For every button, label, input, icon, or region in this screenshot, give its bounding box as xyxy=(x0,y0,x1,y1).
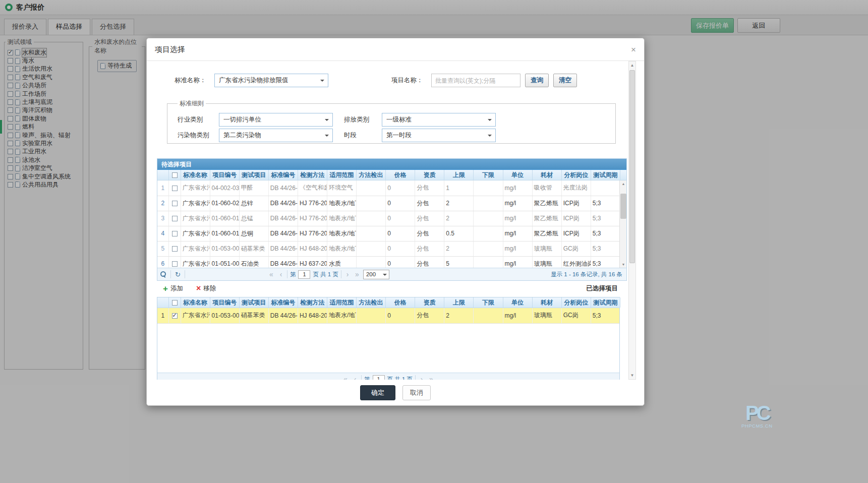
column-header[interactable]: 耗材 xyxy=(532,297,561,308)
column-header[interactable]: 测试周期 xyxy=(591,170,620,180)
criteria-select[interactable]: 一级标准 xyxy=(382,113,496,127)
scroll-down-icon[interactable]: ▼ xyxy=(629,372,635,379)
refresh-icon[interactable]: ↻ xyxy=(175,271,181,278)
cross-icon: × xyxy=(196,284,201,292)
row-checkbox[interactable] xyxy=(172,313,178,319)
row-checkbox[interactable] xyxy=(172,186,178,191)
column-header[interactable]: 上限 xyxy=(444,297,474,308)
first-page-icon[interactable]: « xyxy=(268,271,275,278)
next-page-icon[interactable]: › xyxy=(418,376,425,380)
column-header[interactable]: 上限 xyxy=(444,170,474,180)
selection-toolbar: + 添加 × 移除 已选择项目 xyxy=(157,282,620,295)
scroll-down-icon[interactable]: ▼ xyxy=(620,261,626,268)
page-number-input[interactable] xyxy=(373,375,385,380)
remove-label: 移除 xyxy=(203,284,216,293)
close-icon[interactable]: × xyxy=(631,45,636,54)
column-header[interactable]: 耗材 xyxy=(532,170,561,180)
table-cell: ICP岗 xyxy=(561,226,591,241)
column-header[interactable]: 适用范围 xyxy=(327,297,356,308)
table-row[interactable]: 2 广东省水污01-060-02总锌DB 44/26-HJ 776-20地表水/… xyxy=(157,196,620,211)
column-header[interactable]: 标准编号 xyxy=(268,297,298,308)
column-header[interactable]: 测试周期 xyxy=(591,297,620,308)
column-header-label: 分析岗位 xyxy=(564,299,588,306)
column-header[interactable]: 下限 xyxy=(474,297,503,308)
select-all-checkbox[interactable] xyxy=(172,300,178,306)
table-row[interactable]: 6 广东省水污01-051-00石油类DB 44/26-HJ 637-20水质0… xyxy=(157,256,620,268)
dialog-title: 项目选择 xyxy=(155,45,185,54)
column-header[interactable]: 标准名称 xyxy=(181,170,210,180)
scroll-up-icon[interactable]: ▲ xyxy=(629,62,635,69)
select-all-checkbox[interactable] xyxy=(172,172,178,178)
table-cell: 玻璃瓶 xyxy=(532,241,561,256)
column-header[interactable]: 分析岗位 xyxy=(561,170,591,180)
scrollbar-thumb[interactable] xyxy=(629,70,635,263)
criteria-label: 行业类别 xyxy=(178,115,219,124)
standard-name-select[interactable]: 广东省水污染物排放限值 xyxy=(214,74,328,87)
column-header[interactable]: 测试项目 xyxy=(239,170,268,180)
column-header[interactable]: 项目编号 xyxy=(210,297,239,308)
pager-nav: « ‹ 第 页 共 1 页 › » xyxy=(342,375,435,380)
page-number-input[interactable] xyxy=(298,270,310,279)
grid-scrollbar[interactable]: ▲ ▼ xyxy=(619,180,626,268)
page-size-select[interactable]: 200 xyxy=(363,270,389,279)
column-header[interactable]: 标准名称 xyxy=(181,297,210,308)
criteria-select[interactable]: 一切排污单位 xyxy=(219,113,333,127)
table-cell: 广东省水污 xyxy=(181,241,210,256)
last-page-icon[interactable]: » xyxy=(354,271,361,278)
row-checkbox[interactable] xyxy=(172,231,178,236)
column-header[interactable]: 价格 xyxy=(386,170,415,180)
search-icon[interactable] xyxy=(159,271,166,278)
prev-page-icon[interactable]: ‹ xyxy=(277,271,284,278)
watermark-text: PHPCMS.CN xyxy=(741,423,773,429)
table-row[interactable]: 5 广东省水污01-053-00硝基苯类DB 44/26-HJ 648-20地表… xyxy=(157,241,620,256)
add-button[interactable]: + 添加 xyxy=(163,284,183,293)
table-row[interactable]: 1 广东省水污04-002-03甲醛DB 44/26-《空气和废环境空气0分包1… xyxy=(157,180,620,196)
column-header[interactable]: 分析岗位 xyxy=(561,297,591,308)
column-header[interactable]: 检测方法 xyxy=(298,170,327,180)
table-cell: 广东省水污 xyxy=(181,196,210,211)
column-header[interactable]: 资质 xyxy=(415,297,444,308)
grid-header-row: 标准名称项目编号测试项目标准编号检测方法适用范围方法检出价格资质上限下限单位耗材… xyxy=(157,297,620,308)
row-checkbox[interactable] xyxy=(172,201,178,206)
remove-button[interactable]: × 移除 xyxy=(196,284,216,293)
column-header-label: 测试项目 xyxy=(242,299,266,306)
column-header[interactable]: 方法检出 xyxy=(357,297,386,308)
first-page-icon[interactable]: « xyxy=(342,376,349,380)
table-row[interactable]: 3 广东省水污01-060-01总锰DB 44/26-HJ 776-20地表水/… xyxy=(157,211,620,226)
column-header[interactable]: 单位 xyxy=(503,297,532,308)
column-header[interactable]: 下限 xyxy=(474,170,503,180)
column-header[interactable]: 适用范围 xyxy=(327,170,356,180)
criteria-select[interactable]: 第一时段 xyxy=(382,129,496,142)
project-name-input[interactable] xyxy=(431,74,520,87)
column-header[interactable]: 资质 xyxy=(415,170,444,180)
pager-separator xyxy=(341,270,341,278)
cancel-button[interactable]: 取消 xyxy=(402,385,431,400)
table-row[interactable]: 4 广东省水污01-060-01总铜DB 44/26-HJ 776-20地表水/… xyxy=(157,226,620,241)
row-checkbox[interactable] xyxy=(172,216,178,221)
column-header[interactable]: 测试项目 xyxy=(239,297,268,308)
criteria-select[interactable]: 第二类污染物 xyxy=(219,129,333,142)
row-checkbox[interactable] xyxy=(172,261,178,267)
table-cell: 水质 xyxy=(327,256,356,268)
next-page-icon[interactable]: › xyxy=(344,271,351,278)
column-header[interactable]: 检测方法 xyxy=(298,297,327,308)
criteria-label: 排放类别 xyxy=(344,115,382,124)
selected-grid: 标准名称项目编号测试项目标准编号检测方法适用范围方法检出价格资质上限下限单位耗材… xyxy=(157,297,620,380)
column-header[interactable]: 项目编号 xyxy=(210,170,239,180)
column-header[interactable]: 价格 xyxy=(386,297,415,308)
last-page-icon[interactable]: » xyxy=(428,376,435,380)
column-header[interactable]: 单位 xyxy=(503,170,532,180)
prev-page-icon[interactable]: ‹ xyxy=(352,376,359,380)
scrollbar-thumb[interactable] xyxy=(620,194,626,219)
dialog-scrollbar[interactable]: ▲ ▼ xyxy=(628,61,636,380)
confirm-button[interactable]: 确定 xyxy=(360,385,395,400)
query-button[interactable]: 查询 xyxy=(525,74,549,87)
column-header[interactable]: 方法检出 xyxy=(357,170,386,180)
clear-button[interactable]: 清空 xyxy=(553,74,577,87)
scroll-up-icon[interactable]: ▲ xyxy=(620,180,626,187)
row-checkbox[interactable] xyxy=(172,246,178,252)
table-row[interactable]: 1 广东省水污01-053-00硝基苯类DB 44/26-HJ 648-20地表… xyxy=(157,308,619,323)
table-cell xyxy=(357,196,386,211)
column-header[interactable]: 标准编号 xyxy=(268,170,298,180)
table-cell: 0 xyxy=(386,226,415,241)
